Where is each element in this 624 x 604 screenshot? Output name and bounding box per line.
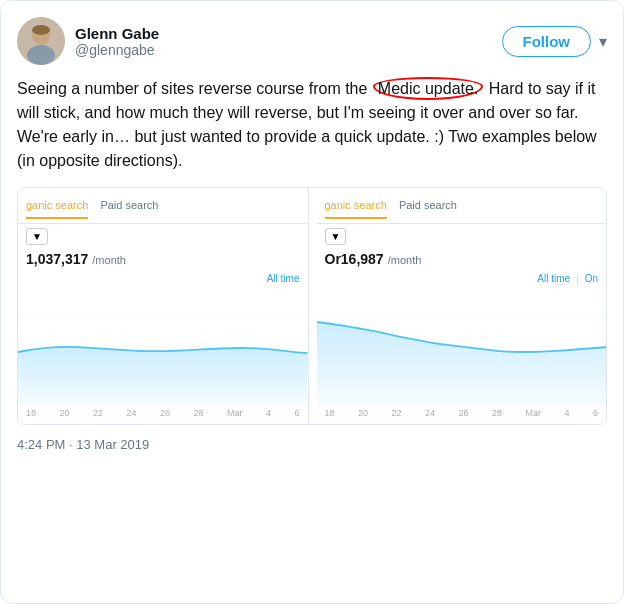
tab-paid-right[interactable]: Paid search: [399, 193, 457, 219]
on-label-right[interactable]: On: [585, 273, 598, 284]
chevron-down-icon[interactable]: ▾: [599, 32, 607, 51]
dropdown-left[interactable]: ▼: [26, 228, 48, 245]
display-name: Glenn Gabe: [75, 25, 159, 42]
tweet-header: Glenn Gabe @glenngabe Follow ▾: [17, 17, 607, 65]
chart-left: ganic search Paid search ▼ 1,037,317 /mo…: [18, 188, 309, 424]
follow-button[interactable]: Follow: [502, 26, 592, 57]
chart-svg-left: [18, 286, 308, 406]
chart-right-controls: ▼: [317, 224, 607, 249]
time-label-left[interactable]: All time: [267, 273, 300, 284]
tab-paid-left[interactable]: Paid search: [100, 193, 158, 219]
metric-value-right: Or16,987: [325, 251, 384, 267]
chart-svg-right: [317, 286, 607, 406]
header-actions: Follow ▾: [502, 26, 608, 57]
svg-point-1: [27, 45, 55, 65]
tweet-timestamp: 4:24 PM · 13 Mar 2019: [17, 437, 607, 452]
tweet-card: Glenn Gabe @glenngabe Follow ▾ Seeing a …: [0, 0, 624, 604]
time-label-right[interactable]: All time: [537, 273, 570, 284]
x-axis-right: 18 20 22 24 26 28 Mar 4 6: [317, 406, 607, 424]
tab-organic-left[interactable]: ganic search: [26, 193, 88, 219]
x-axis-left: 18 20 22 24 26 28 Mar 4 6: [18, 406, 308, 424]
tab-organic-right[interactable]: ganic search: [325, 193, 387, 219]
svg-point-3: [32, 25, 50, 35]
dropdown-right[interactable]: ▼: [325, 228, 347, 245]
medic-highlight: Medic update.: [373, 77, 484, 100]
chart-right-time: All time | On: [317, 271, 607, 286]
username: @glenngabe: [75, 42, 159, 58]
chart-right-tabs: ganic search Paid search: [317, 188, 607, 224]
charts-container: ganic search Paid search ▼ 1,037,317 /mo…: [17, 187, 607, 425]
chart-right: ganic search Paid search ▼ Or16,987 /mon…: [317, 188, 607, 424]
user-info-section: Glenn Gabe @glenngabe: [17, 17, 159, 65]
time-sep-right: |: [576, 273, 579, 284]
metric-value-left: 1,037,317: [26, 251, 88, 267]
metric-period-right: /month: [388, 254, 422, 266]
tweet-text-before: Seeing a number of sites reverse course …: [17, 80, 372, 97]
chart-left-time: All time: [18, 271, 308, 286]
metric-period-left: /month: [92, 254, 126, 266]
user-details: Glenn Gabe @glenngabe: [75, 25, 159, 58]
chart-left-metric: 1,037,317 /month: [18, 249, 308, 271]
chart-left-controls: ▼: [18, 224, 308, 249]
avatar: [17, 17, 65, 65]
chart-left-tabs: ganic search Paid search: [18, 188, 308, 224]
tweet-body: Seeing a number of sites reverse course …: [17, 77, 607, 173]
chart-right-metric: Or16,987 /month: [317, 249, 607, 271]
